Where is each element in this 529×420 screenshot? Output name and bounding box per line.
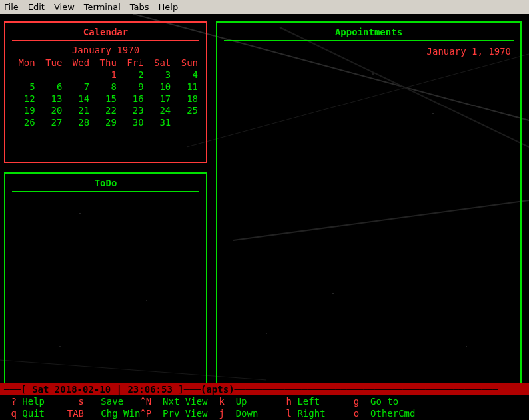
appointments-date: January 1, 1970 [217,41,520,57]
calendar-day[interactable]: 17 [147,93,174,105]
calendar-day[interactable]: 21 [65,105,92,116]
calendar-day[interactable]: 12 [11,93,38,105]
calendar-day-header: Mon [11,57,38,69]
help-desc: Right [297,408,325,419]
calendar-day[interactable]: 31 [147,116,174,128]
calendar-day[interactable]: 2 [119,69,147,81]
calendar-day[interactable]: 26 [11,116,38,128]
menu-file[interactable]: File [4,2,19,12]
menu-tabs[interactable]: Tabs [130,2,149,12]
calendar-day-header: Tue [38,57,65,69]
calendar-day[interactable]: 13 [38,93,65,105]
todo-hr [12,191,199,192]
help-desc: Chg Win [101,408,140,419]
help-desc: OtherCmd [370,408,415,419]
calendar-day[interactable]: 6 [38,81,65,93]
help-key: ? [11,396,16,407]
menu-terminal[interactable]: Terminal [84,2,121,12]
calendar-day[interactable]: 15 [92,93,119,105]
calendar-day-header: Sun [173,57,201,69]
calendar-day-header: Fri [119,57,147,69]
menu-view[interactable]: View [54,2,75,12]
menu-edit[interactable]: Edit [28,2,45,12]
calendar-day[interactable]: 24 [147,105,174,116]
menubar: File Edit View Terminal Tabs Help [0,0,529,14]
todo-panel[interactable]: ToDo [4,172,207,385]
help-key: ^N [140,396,151,407]
help-desc: Save [101,396,123,407]
calendar-day[interactable]: 3 [147,69,174,81]
help-key: k [219,396,224,407]
calendar-day[interactable]: 9 [119,81,147,93]
calendar-day[interactable]: 22 [92,105,119,116]
help-desc: Left [297,396,320,407]
help-key: TAB [67,408,84,419]
calendar-body: January 1970 MonTueWedThuFriSatSun123456… [5,41,206,128]
help-key: o [354,408,359,419]
help-desc: Go to [370,396,398,407]
menu-help[interactable]: Help [159,2,179,12]
calendar-day[interactable]: 27 [38,116,65,128]
status-bar: ───[ Sat 2018-02-10 | 23:06:53 ]───(apts… [0,383,529,395]
calendar-day[interactable]: 28 [65,116,92,128]
help-desc: Quit [22,408,45,419]
calendar-day-header: Sat [147,57,174,69]
calendar-day[interactable]: 20 [38,105,65,116]
help-row: q Quit TAB Chg Win^P Prv View j Down l R… [5,407,524,419]
help-key: l [286,408,292,419]
calendar-day[interactable]: 29 [92,116,119,128]
calendar-day[interactable]: 11 [173,81,201,93]
calendar-day[interactable]: 25 [173,105,201,116]
todo-title: ToDo [5,174,206,191]
calendar-panel[interactable]: Calendar January 1970 MonTueWedThuFriSat… [4,21,207,163]
help-key: j [219,408,224,419]
calendar-day[interactable]: 18 [173,93,201,105]
help-desc: Nxt View [163,396,207,407]
calendar-day[interactable]: 19 [11,105,38,116]
calendar-day[interactable]: 14 [65,93,92,105]
help-desc: Prv View [163,408,207,419]
help-key: q [11,408,16,419]
calendar-day[interactable]: 23 [119,105,147,116]
help-key: h [286,396,292,407]
help-row: ? Help s Save ^N Nxt View k Up h Left g … [5,395,524,407]
calendar-grid: MonTueWedThuFriSatSun1234567891011121314… [11,57,201,128]
appointments-panel[interactable]: Appointments January 1, 1970 [216,21,522,385]
terminal-area: Calendar January 1970 MonTueWedThuFriSat… [0,14,529,420]
calendar-day-header: Thu [92,57,119,69]
calendar-day-header: Wed [65,57,92,69]
calendar-day[interactable]: 10 [147,81,174,93]
help-desc: Down [236,408,259,419]
help-desc: Help [22,396,45,407]
calendar-day[interactable]: 5 [11,81,38,93]
help-key: g [354,396,359,407]
help-key: s [79,396,84,407]
calendar-title: Calendar [5,23,206,40]
calendar-day[interactable]: 7 [65,81,92,93]
calendar-day[interactable]: 16 [119,93,147,105]
calendar-day[interactable]: 8 [92,81,119,93]
help-key: ^P [140,408,151,419]
calendar-day[interactable]: 4 [173,69,201,81]
appointments-title: Appointments [217,23,520,40]
calendar-day[interactable]: 30 [119,116,147,128]
calendar-month-year: January 1970 [11,43,201,57]
help-bar: ? Help s Save ^N Nxt View k Up h Left g … [0,395,529,420]
calendar-day[interactable]: 1 [92,69,119,81]
help-desc: Up [236,396,247,407]
